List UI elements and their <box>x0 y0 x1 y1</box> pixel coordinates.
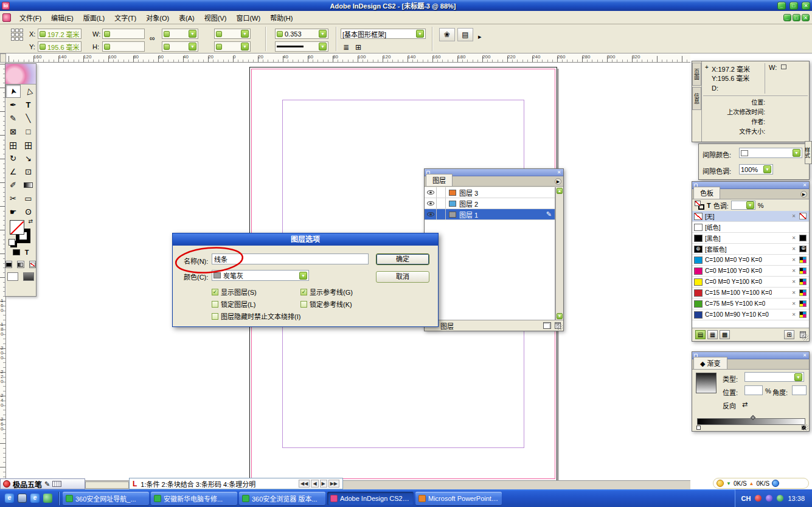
menu-item[interactable]: 文字(T) <box>109 13 141 23</box>
stroke-type-dropdown-icon[interactable]: ▼ <box>319 43 327 50</box>
close-button[interactable]: ✕ <box>802 2 810 10</box>
spinner-icon[interactable]: ▼ <box>763 165 771 173</box>
scale-tool-button[interactable]: ↘ <box>21 151 36 165</box>
ime-pen-icon[interactable]: ✎ <box>44 480 50 488</box>
document-restore-button[interactable]: □ <box>793 14 800 21</box>
object-style-dropdown-icon[interactable]: ▼ <box>416 30 424 38</box>
shear-dropdown-icon[interactable]: ▼ <box>241 43 249 50</box>
dialog-titlebar[interactable]: 图层选项 <box>173 233 438 246</box>
apply-to-text-icon[interactable]: T <box>25 249 29 256</box>
object-style-dropdown[interactable]: [基本图形框架] ▼ <box>341 29 426 39</box>
scroll-up-icon[interactable]: ▲ <box>557 188 563 194</box>
swatch-row[interactable]: [黑色] <box>692 233 809 244</box>
tint-dropdown-icon[interactable]: ▼ <box>746 201 754 209</box>
angle-field[interactable] <box>792 385 807 395</box>
gradient-ramp[interactable] <box>697 418 805 425</box>
palette-menu-icon[interactable]: ▶ <box>555 178 561 185</box>
swatch-row[interactable]: [无] <box>692 211 809 222</box>
rotate-tool-button[interactable]: ↻ <box>5 151 21 165</box>
more-options-arrow-icon[interactable]: ▸ <box>478 33 482 41</box>
layer-visibility-toggle[interactable] <box>425 198 437 209</box>
apply-to-container-icon[interactable] <box>13 249 20 255</box>
button-tool-button[interactable]: ▭ <box>21 191 36 205</box>
width-spinner-icon[interactable] <box>104 31 110 37</box>
swatch-row[interactable]: C=0 M=100 Y=0 K=0 <box>692 266 809 277</box>
ime-page-nav-icon[interactable]: ▶ <box>320 480 327 488</box>
swatch-row[interactable]: C=100 M=90 Y=10 K=0 <box>692 309 809 320</box>
rotation-dropdown-icon[interactable]: ▼ <box>241 30 249 38</box>
menu-item[interactable]: 表(A) <box>174 13 200 23</box>
checkbox-box[interactable] <box>300 301 307 308</box>
shear-angle-field[interactable]: ▼ <box>214 41 251 52</box>
layers-scrollbar[interactable]: ▲ ▼ <box>555 187 563 320</box>
default-fill-stroke-icon[interactable] <box>9 239 15 246</box>
show-gradient-swatches-button[interactable]: ▩ <box>720 330 730 339</box>
apply-color-button[interactable] <box>5 261 12 268</box>
vertical-frame-grid-tool-button[interactable]: 田 <box>21 138 36 151</box>
show-color-swatches-button[interactable]: ▦ <box>707 330 718 339</box>
menu-item[interactable]: 编辑(E) <box>46 13 78 23</box>
styles-side-tab[interactable]: 样式 <box>805 141 812 164</box>
width-field[interactable] <box>102 29 145 39</box>
close-icon[interactable]: ✕ <box>556 170 562 176</box>
zoom-tool-button[interactable]: ʘ <box>21 205 36 218</box>
gradient-tab[interactable]: ◆ 渐变 <box>693 357 727 369</box>
y-position-field[interactable]: 195.6 毫米 <box>38 41 82 52</box>
swatch-row[interactable]: C=0 M=0 Y=100 K=0 <box>692 277 809 288</box>
new-layer-icon[interactable] <box>543 322 551 329</box>
text-wrap-icon[interactable]: ≣ <box>343 43 349 52</box>
dialog-checkbox[interactable]: 锁定参考线(K) <box>300 299 412 309</box>
palette-menu-icon[interactable]: ▶ <box>800 191 807 198</box>
gradient-midpoint-icon[interactable] <box>751 415 755 420</box>
tray-icon-network[interactable] <box>777 495 783 502</box>
taskbar-task-button[interactable]: 360安全浏览器 版本... <box>239 492 325 505</box>
pages-tab[interactable]: 页面 <box>692 63 701 86</box>
menu-item[interactable]: 窗口(W) <box>231 13 265 23</box>
minimize-button[interactable]: _ <box>777 2 786 10</box>
language-indicator[interactable]: CH <box>741 495 751 502</box>
gap-color-dropdown[interactable]: ▼ <box>739 148 802 158</box>
scale-x-icon[interactable] <box>164 31 170 37</box>
rectangle-tool-button[interactable]: □ <box>21 125 36 138</box>
taskbar-clock[interactable]: 13:38 <box>788 495 805 502</box>
swatch-row[interactable]: [套版色] <box>692 244 809 255</box>
dropdown-icon[interactable]: ▼ <box>794 373 802 381</box>
pencil-tool-button[interactable]: ✎ <box>5 111 21 125</box>
stroke-weight-field[interactable]: 0.353 ▼ <box>275 29 328 39</box>
resize-grip[interactable] <box>557 324 563 330</box>
stroke-weight-spinner-icon[interactable] <box>277 31 283 37</box>
apply-none-button[interactable] <box>29 261 36 268</box>
quick-apply-button[interactable]: ▤ <box>457 28 473 41</box>
info-tab[interactable]: 信息 <box>692 87 701 110</box>
ruler-corner[interactable] <box>0 53 6 63</box>
menu-item[interactable]: 文件(F) <box>15 13 46 23</box>
y-spinner-icon[interactable] <box>40 44 46 50</box>
scale-y-dropdown-icon[interactable]: ▼ <box>189 43 196 50</box>
horizontal-ruler[interactable]: 1601401201008060402002040608010012014016… <box>6 53 690 63</box>
tray-icon-security[interactable] <box>755 495 762 502</box>
layer-lock-toggle[interactable] <box>437 209 446 219</box>
gap-tint-field[interactable]: 100% ▼ <box>739 164 773 174</box>
dropdown-icon[interactable]: ▼ <box>793 149 800 157</box>
height-field[interactable] <box>102 41 145 52</box>
x-position-field[interactable]: 197.2 毫米 <box>38 29 82 39</box>
scale-y-icon[interactable] <box>164 44 170 50</box>
shear-icon[interactable] <box>216 44 222 50</box>
menu-item[interactable]: 版面(L) <box>78 13 109 23</box>
layer-lock-toggle[interactable] <box>437 198 446 209</box>
direct-selection-tool-button[interactable]: ▷ <box>21 84 36 98</box>
line-tool-button[interactable]: ╲ <box>21 111 36 125</box>
preview-mode-button[interactable] <box>23 272 34 281</box>
ok-button[interactable]: 确定 <box>376 254 429 265</box>
title-bar[interactable]: Id Adobe InDesign CS2 - [未标题-3 @ 88%] _ … <box>0 0 812 11</box>
taskbar-task-button[interactable]: 安徽新华电脑专修... <box>151 492 237 505</box>
hand-tool-button[interactable]: ☛ <box>5 205 21 218</box>
constrain-proportions-icon[interactable]: ∞ <box>150 34 155 43</box>
layer-row[interactable]: 图层 1 ✎ <box>425 209 555 220</box>
gradient-type-dropdown[interactable]: ▼ <box>744 372 804 382</box>
quick-launch-360-icon[interactable] <box>43 494 52 503</box>
close-icon[interactable]: ✕ <box>802 353 808 359</box>
menu-item[interactable]: 视图(V) <box>200 13 232 23</box>
speed-ball-icon[interactable] <box>717 480 724 487</box>
swatch-row[interactable]: C=15 M=100 Y=100 K=0 <box>692 288 809 298</box>
